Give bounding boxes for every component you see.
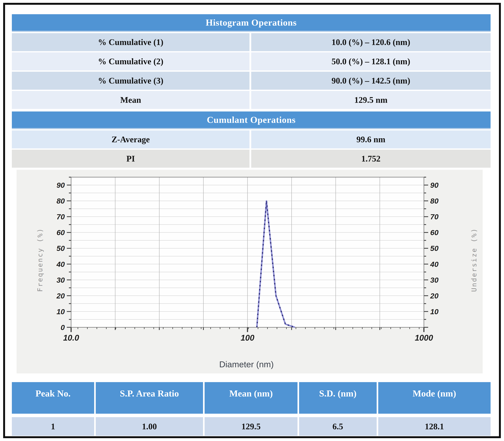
mode-nm-value: 128.1 bbox=[378, 417, 490, 436]
svg-text:80: 80 bbox=[57, 197, 65, 205]
mean-value: 129.5 nm bbox=[251, 91, 490, 109]
pi-label: PI bbox=[12, 150, 251, 168]
sd-nm-value: 6.5 bbox=[299, 417, 377, 436]
svg-text:40: 40 bbox=[430, 260, 439, 268]
pi-value: 1.752 bbox=[251, 150, 490, 168]
svg-text:60: 60 bbox=[430, 228, 439, 237]
svg-text:50: 50 bbox=[57, 244, 65, 252]
svg-text:20: 20 bbox=[56, 292, 65, 300]
svg-text:0: 0 bbox=[61, 323, 65, 331]
z-average-value: 99.6 nm bbox=[251, 130, 490, 148]
sd-nm-header: S.D. (nm) bbox=[299, 382, 377, 414]
table-row: PI 1.752 bbox=[12, 150, 490, 168]
svg-text:40: 40 bbox=[56, 260, 65, 268]
cumulant-operations-title: Cumulant Operations bbox=[207, 114, 296, 125]
peak-table: Peak No. S.P. Area Ratio Mean (nm) S.D. … bbox=[12, 382, 490, 436]
cumulative-2-value: 50.0 (%) – 128.1 (nm) bbox=[251, 52, 490, 70]
size-distribution-chart: 010203040506070809010203040506070809010.… bbox=[16, 170, 483, 373]
x-axis-title: Diameter (nm) bbox=[219, 359, 274, 369]
cumulative-3-label: % Cumulative (3) bbox=[12, 72, 251, 90]
svg-text:60: 60 bbox=[57, 228, 65, 237]
svg-text:90: 90 bbox=[430, 181, 439, 189]
svg-text:70: 70 bbox=[430, 213, 439, 221]
peak-table-data-row: 1 1.00 129.5 6.5 128.1 bbox=[12, 417, 490, 436]
svg-text:70: 70 bbox=[57, 213, 65, 221]
svg-text:100: 100 bbox=[241, 333, 254, 342]
y-axis-title-left: Frequency (%) bbox=[36, 228, 44, 292]
mode-nm-header: Mode (nm) bbox=[378, 382, 490, 414]
table-row: Z-Average 99.6 nm bbox=[12, 130, 490, 148]
svg-text:10: 10 bbox=[57, 307, 65, 316]
cumulant-operations-header: Cumulant Operations bbox=[12, 111, 490, 129]
sp-area-ratio-header: S.P. Area Ratio bbox=[96, 382, 203, 414]
svg-text:90: 90 bbox=[57, 181, 65, 189]
peak-table-header-row: Peak No. S.P. Area Ratio Mean (nm) S.D. … bbox=[12, 382, 490, 414]
table-row: % Cumulative (2) 50.0 (%) – 128.1 (nm) bbox=[12, 52, 490, 70]
cumulative-3-value: 90.0 (%) – 142.5 (nm) bbox=[251, 72, 490, 90]
svg-text:30: 30 bbox=[430, 276, 439, 284]
svg-text:1000: 1000 bbox=[415, 333, 433, 342]
peak-no-header: Peak No. bbox=[12, 382, 94, 414]
svg-text:80: 80 bbox=[430, 197, 439, 205]
mean-nm-header: Mean (nm) bbox=[205, 382, 297, 414]
y-axis-title-right: Undersize (%) bbox=[470, 228, 478, 292]
svg-text:10.0: 10.0 bbox=[63, 333, 79, 342]
histogram-operations-header: Histogram Operations bbox=[12, 14, 490, 32]
sp-area-ratio-value: 1.00 bbox=[96, 417, 203, 436]
cumulative-2-label: % Cumulative (2) bbox=[12, 52, 251, 70]
svg-text:50: 50 bbox=[430, 244, 439, 252]
peak-no-value: 1 bbox=[12, 417, 94, 436]
mean-nm-value: 129.5 bbox=[205, 417, 297, 436]
table-row: % Cumulative (3) 90.0 (%) – 142.5 (nm) bbox=[12, 72, 490, 90]
mean-label: Mean bbox=[12, 91, 251, 109]
svg-text:30: 30 bbox=[57, 276, 65, 284]
svg-text:10: 10 bbox=[430, 307, 439, 316]
table-row: % Cumulative (1) 10.0 (%) – 120.6 (nm) bbox=[12, 33, 490, 51]
cumulative-1-label: % Cumulative (1) bbox=[12, 33, 251, 51]
histogram-operations-title: Histogram Operations bbox=[206, 17, 297, 28]
z-average-label: Z-Average bbox=[12, 130, 251, 148]
report-frame: Histogram Operations % Cumulative (1) 10… bbox=[3, 3, 501, 438]
cumulative-1-value: 10.0 (%) – 120.6 (nm) bbox=[251, 33, 490, 51]
svg-text:20: 20 bbox=[430, 292, 439, 300]
frequency-plot: 010203040506070809010203040506070809010.… bbox=[16, 170, 483, 373]
table-row: Mean 129.5 nm bbox=[12, 91, 490, 109]
